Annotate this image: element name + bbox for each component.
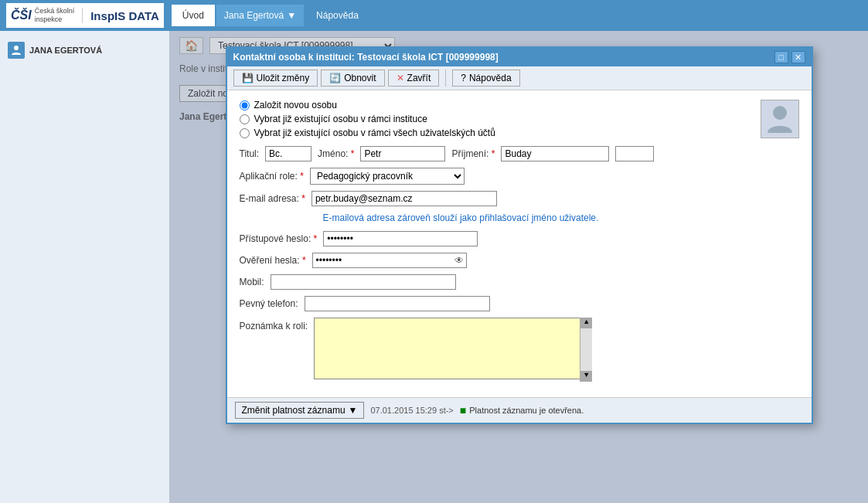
- mobil-input[interactable]: [271, 274, 456, 290]
- user-icon: [8, 42, 25, 59]
- sidebar-username: Jana Egertová: [29, 46, 102, 55]
- mobil-label: Mobil:: [240, 277, 264, 287]
- aplikacni-role-row: Aplikační role: * Pedagogický pracovník: [240, 168, 799, 185]
- pevny-label: Pevný telefon:: [240, 298, 298, 309]
- pevny-input[interactable]: [305, 296, 490, 311]
- sidebar: Jana Egertová: [0, 31, 170, 503]
- layout: Jana Egertová 🏠 Testovací škola ICT [009…: [0, 31, 868, 503]
- modal-minimize-button[interactable]: □: [774, 51, 788, 63]
- email-info-text: E-mailová adresa zároveň slouží jako při…: [323, 212, 799, 223]
- nav-napoveda-button[interactable]: Nápověda: [305, 5, 369, 26]
- aplikacni-role-select[interactable]: Pedagogický pracovník: [310, 168, 465, 185]
- pevny-row: Pevný telefon:: [240, 296, 799, 311]
- radio-new-input[interactable]: [240, 100, 250, 110]
- logo-separator: [82, 8, 83, 23]
- radio-existing-inst-input[interactable]: [240, 114, 250, 124]
- aplikacni-role-label: Aplikační role: *: [240, 171, 304, 182]
- svg-point-1: [773, 106, 787, 120]
- show-password-icon[interactable]: 👁: [454, 255, 464, 266]
- poznamka-wrapper: ▲ ▼: [314, 318, 592, 382]
- nav-uvod-button[interactable]: Úvod: [172, 5, 215, 26]
- logo-csi: ČŠI: [11, 8, 32, 22]
- modal-title: Kontaktní osoba k instituci: Testovací š…: [233, 52, 499, 63]
- radio-existing-all-input[interactable]: [240, 128, 250, 138]
- overeni-row: Ověření hesla: * 👁: [240, 253, 799, 268]
- heslo-input[interactable]: [323, 231, 478, 246]
- toolbar-separator: [445, 70, 446, 87]
- save-changes-button[interactable]: 💾 Uložit změny: [233, 70, 318, 87]
- email-row: E-mail adresa: *: [240, 191, 799, 206]
- footer-status: ■ Platnost záznamu je otevřena.: [460, 404, 584, 416]
- status-icon: ■: [460, 404, 466, 416]
- svg-point-0: [14, 46, 19, 50]
- help-icon: ?: [461, 73, 466, 83]
- modal-toolbar: 💾 Uložit změny 🔄 Obnovit ✕ Zavřít ? N: [227, 66, 812, 90]
- footer-timestamp: 07.01.2015 15:29 st->: [370, 406, 453, 415]
- radio-group: Založit novou osobu Vybrat již existujíc…: [240, 100, 799, 138]
- poznamka-textarea[interactable]: [314, 318, 592, 379]
- email-label: E-mail adresa: *: [240, 193, 305, 204]
- extra-input[interactable]: [615, 146, 654, 161]
- scroll-down[interactable]: ▼: [580, 371, 592, 382]
- scroll-up[interactable]: ▲: [580, 318, 592, 328]
- modal-titlebar: Kontaktní osoba k instituci: Testovací š…: [227, 48, 812, 66]
- jmeno-label: Jméno: *: [318, 148, 354, 159]
- mobil-row: Mobil:: [240, 274, 799, 290]
- modal-overlay: Kontaktní osoba k instituci: Testovací š…: [170, 31, 868, 503]
- dropdown-arrow-icon: ▼: [349, 405, 358, 416]
- modal-title-controls: □ ✕: [774, 51, 805, 63]
- email-input[interactable]: [311, 191, 497, 206]
- overeni-label: Ověření hesla: *: [240, 255, 306, 266]
- prijmeni-input[interactable]: [501, 146, 609, 161]
- heslo-row: Přístupové heslo: *: [240, 231, 799, 246]
- change-validity-button[interactable]: Změnit platnost záznamu ▼: [235, 402, 365, 419]
- poznamka-label: Poznámka k roli:: [240, 321, 308, 331]
- refresh-icon: 🔄: [329, 73, 341, 83]
- save-icon: 💾: [242, 73, 254, 83]
- avatar: [761, 100, 799, 138]
- radio-existing-inst[interactable]: Vybrat již existující osobu v rámci inst…: [240, 114, 799, 124]
- titul-input[interactable]: [265, 146, 311, 161]
- main-content: 🏠 Testovací škola ICT [009999998] Role v…: [170, 31, 868, 503]
- jmeno-input[interactable]: [360, 146, 445, 161]
- heslo-wrapper: [323, 231, 478, 246]
- logo-subtitle: Česká školní inspekce: [35, 7, 75, 24]
- name-row: Titul: Jméno: * Příjmení: *: [240, 146, 799, 161]
- modal-dialog: Kontaktní osoba k instituci: Testovací š…: [226, 46, 813, 424]
- prijmeni-label: Příjmení: *: [451, 148, 495, 159]
- close-icon: ✕: [397, 73, 404, 83]
- sidebar-user: Jana Egertová: [0, 37, 169, 63]
- overeni-wrapper: 👁: [312, 253, 467, 268]
- logo: ČŠI Česká školní inspekce InspIS DATA: [6, 3, 164, 28]
- scrollbar[interactable]: ▲ ▼: [580, 318, 592, 382]
- modal-footer: Změnit platnost záznamu ▼ 07.01.2015 15:…: [227, 397, 812, 423]
- radio-new-person[interactable]: Založit novou osobu: [240, 100, 799, 110]
- poznamka-row: Poznámka k roli: ▲ ▼: [240, 318, 799, 382]
- help-button[interactable]: ? Nápověda: [452, 70, 519, 87]
- modal-close-button[interactable]: ✕: [791, 51, 805, 63]
- overeni-input[interactable]: [312, 253, 467, 268]
- close-dialog-button[interactable]: ✕ Zavřít: [388, 70, 440, 87]
- heslo-label: Přístupové heslo: *: [240, 233, 318, 244]
- nav-user-dropdown[interactable]: Jana Egertová ▼: [216, 5, 304, 26]
- titul-label: Titul:: [240, 148, 260, 159]
- topbar: ČŠI Česká školní inspekce InspIS DATA Úv…: [0, 0, 868, 31]
- chevron-down-icon: ▼: [287, 10, 296, 21]
- refresh-button[interactable]: 🔄 Obnovit: [321, 70, 384, 87]
- modal-body: Založit novou osobu Vybrat již existujíc…: [227, 90, 812, 397]
- app-title: InspIS DATA: [90, 9, 159, 22]
- radio-existing-all[interactable]: Vybrat již existující osobu v rámci všec…: [240, 127, 799, 138]
